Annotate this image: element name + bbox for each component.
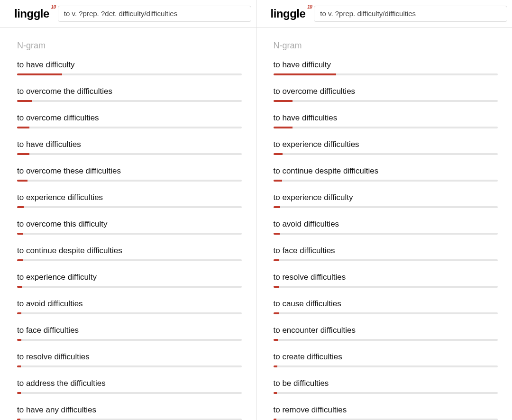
frequency-bar-fill xyxy=(274,392,277,394)
result-text: to resolve difficulties xyxy=(274,273,498,282)
frequency-bar xyxy=(17,73,242,75)
result-text: to avoid difficulties xyxy=(17,299,242,309)
result-text: to resolve difficulties xyxy=(17,352,242,362)
logo[interactable]: linggle10 xyxy=(271,7,306,20)
header-left: linggle10 xyxy=(0,0,256,27)
frequency-bar xyxy=(17,286,242,288)
result-text: to face difficulties xyxy=(17,326,242,335)
result-row[interactable]: to resolve difficulties xyxy=(274,273,498,288)
frequency-bar xyxy=(274,127,498,128)
result-text: to have difficulties xyxy=(274,113,498,123)
logo-text: linggle xyxy=(271,7,306,20)
section-label: N-gram xyxy=(17,41,242,51)
frequency-bar-fill xyxy=(17,339,21,341)
frequency-bar-fill xyxy=(274,312,279,314)
result-text: to overcome difficulties xyxy=(17,113,242,123)
result-row[interactable]: to address the difficulties xyxy=(17,379,242,394)
result-text: to experience difficulties xyxy=(274,140,498,149)
logo-text: linggle xyxy=(14,7,49,20)
result-row[interactable]: to overcome difficulties xyxy=(274,87,498,102)
frequency-bar-fill xyxy=(17,233,23,235)
result-row[interactable]: to avoid difficulties xyxy=(274,219,498,235)
result-text: to be difficulties xyxy=(274,379,498,388)
frequency-bar-fill xyxy=(17,286,22,288)
result-row[interactable]: to experience difficulty xyxy=(17,273,242,288)
result-row[interactable]: to face difficulties xyxy=(17,326,242,341)
frequency-bar xyxy=(17,365,242,367)
frequency-bar-fill xyxy=(17,127,29,128)
result-row[interactable]: to have any difficulties xyxy=(17,405,242,420)
result-row[interactable]: to overcome these difficulties xyxy=(17,166,242,182)
frequency-bar xyxy=(17,392,242,394)
result-row[interactable]: to overcome the difficulties xyxy=(17,87,242,102)
result-row[interactable]: to be difficulties xyxy=(274,379,498,394)
logo[interactable]: linggle10 xyxy=(14,7,49,20)
frequency-bar xyxy=(17,233,242,235)
frequency-bar-fill xyxy=(17,180,27,182)
result-row[interactable]: to avoid difficulties xyxy=(17,299,242,314)
frequency-bar-fill xyxy=(17,392,21,394)
result-text: to overcome these difficulties xyxy=(17,166,242,176)
search-input-left[interactable] xyxy=(58,6,251,22)
result-row[interactable]: to cause difficulties xyxy=(274,299,498,314)
frequency-bar-fill xyxy=(274,127,293,128)
result-row[interactable]: to continue despite difficulties xyxy=(17,246,242,261)
frequency-bar xyxy=(17,153,242,155)
result-row[interactable]: to overcome this difficulty xyxy=(17,219,242,235)
frequency-bar xyxy=(274,180,498,182)
left-panel: linggle10 N-gram to have difficultyto ov… xyxy=(0,0,256,420)
frequency-bar-fill xyxy=(17,365,21,367)
result-text: to overcome difficulties xyxy=(274,87,498,96)
frequency-bar xyxy=(274,259,498,261)
frequency-bar xyxy=(274,392,498,394)
result-row[interactable]: to have difficulty xyxy=(274,60,498,75)
result-row[interactable]: to resolve difficulties xyxy=(17,352,242,367)
frequency-bar-fill xyxy=(17,73,62,75)
result-text: to continue despite difficulties xyxy=(17,246,242,256)
result-row[interactable]: to overcome difficulties xyxy=(17,113,242,128)
result-row[interactable]: to face difficulties xyxy=(274,246,498,261)
result-text: to have difficulties xyxy=(17,140,242,149)
results-left: N-gram to have difficultyto overcome the… xyxy=(0,27,256,420)
result-text: to create difficulties xyxy=(274,352,498,362)
frequency-bar-fill xyxy=(274,365,277,367)
logo-sup: 10 xyxy=(51,4,56,9)
result-text: to have any difficulties xyxy=(17,405,242,415)
frequency-bar xyxy=(17,206,242,208)
section-label: N-gram xyxy=(274,41,498,51)
result-row[interactable]: to experience difficulties xyxy=(17,193,242,208)
result-text: to cause difficulties xyxy=(274,299,498,309)
result-text: to avoid difficulties xyxy=(274,219,498,229)
frequency-bar xyxy=(274,73,498,75)
header-right: linggle10 xyxy=(256,0,512,27)
result-row[interactable]: to create difficulties xyxy=(274,352,498,367)
frequency-bar-fill xyxy=(274,233,280,235)
frequency-bar xyxy=(17,312,242,314)
result-row[interactable]: to have difficulties xyxy=(274,113,498,128)
result-row[interactable]: to have difficulties xyxy=(17,140,242,155)
frequency-bar xyxy=(274,153,498,155)
result-text: to address the difficulties xyxy=(17,379,242,388)
frequency-bar-fill xyxy=(274,153,283,155)
result-row[interactable]: to remove difficulties xyxy=(274,405,498,420)
result-row[interactable]: to experience difficulties xyxy=(274,140,498,155)
frequency-bar-fill xyxy=(274,286,279,288)
result-text: to overcome this difficulty xyxy=(17,219,242,229)
result-text: to experience difficulty xyxy=(17,273,242,282)
result-row[interactable]: to experience difficulty xyxy=(274,193,498,208)
result-text: to have difficulty xyxy=(17,60,242,70)
frequency-bar xyxy=(274,286,498,288)
result-row[interactable]: to continue despite difficulties xyxy=(274,166,498,182)
frequency-bar-fill xyxy=(17,259,23,261)
result-text: to experience difficulty xyxy=(274,193,498,202)
search-input-right[interactable] xyxy=(314,6,507,22)
frequency-bar xyxy=(274,339,498,341)
result-text: to overcome the difficulties xyxy=(17,87,242,96)
result-row[interactable]: to have difficulty xyxy=(17,60,242,75)
frequency-bar xyxy=(17,339,242,341)
result-row[interactable]: to encounter difficulties xyxy=(274,326,498,341)
result-text: to encounter difficulties xyxy=(274,326,498,335)
result-text: to remove difficulties xyxy=(274,405,498,415)
frequency-bar-fill xyxy=(274,180,282,182)
frequency-bar-fill xyxy=(17,100,32,102)
